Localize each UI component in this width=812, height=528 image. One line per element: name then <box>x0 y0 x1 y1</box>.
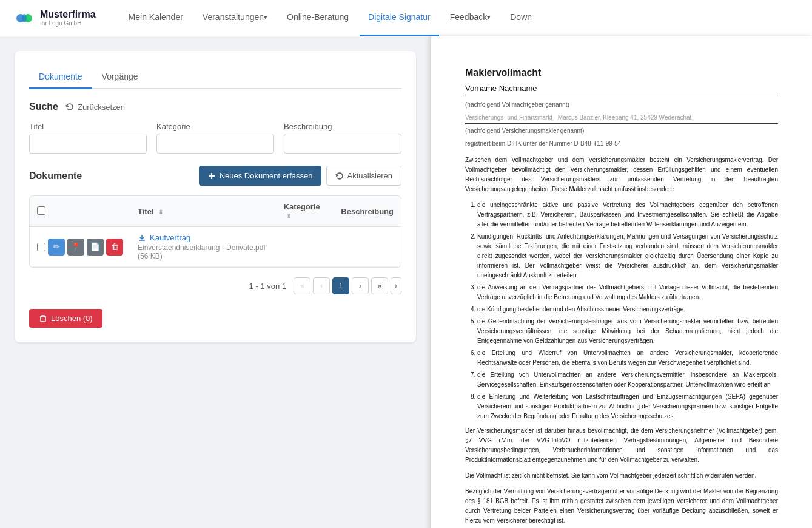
trash-icon <box>39 314 47 323</box>
label-beschreibung: Beschreibung <box>284 122 401 131</box>
nav-item-veranstaltungen[interactable]: Veranstaltungen <box>194 0 276 36</box>
svg-point-2 <box>22 14 27 22</box>
header: Musterfirma Ihr Logo GmbH Mein Kalender … <box>0 0 812 36</box>
row-checkbox-cell: ✏ 📍 📄 🗑 <box>30 227 130 267</box>
doc-para1: Der Versicherungsmakler ist darüber hina… <box>465 426 778 465</box>
plus-icon <box>207 172 216 180</box>
doc-label2: (nachfolgend Versicherungsmakler genannt… <box>465 126 778 135</box>
panel-card: Dokumente Vorgänge Suche Zurücksetzen <box>15 51 416 342</box>
logo-text: Musterfirma Ihr Logo GmbH <box>40 9 96 27</box>
list-item-7: die Erteilung von Untervollmachten an an… <box>477 370 778 390</box>
delete-section: Löschen (0) <box>29 304 401 328</box>
row-actions: ✏ 📍 📄 🗑 <box>37 239 123 256</box>
file-link[interactable]: Kaufvertrag <box>138 233 269 242</box>
page-extra[interactable]: › <box>391 277 401 294</box>
logo-name: Musterfirma <box>40 9 96 20</box>
input-beschreibung[interactable] <box>284 134 401 154</box>
page-prev[interactable]: ‹ <box>313 277 330 294</box>
doc-title: Maklervollmacht <box>465 66 778 80</box>
tab-vorgaenge[interactable]: Vorgänge <box>92 66 148 89</box>
doc-list: die uneingeschränkte aktive und passive … <box>465 200 778 421</box>
documents-table: Titel ⇕ Kategorie ⇕ Beschreibung <box>29 195 401 268</box>
col-check <box>30 196 130 227</box>
input-titel[interactable] <box>29 134 147 154</box>
label-titel: Titel <box>29 122 147 131</box>
refresh-button[interactable]: Aktualisieren <box>326 166 401 186</box>
nav-item-kalender[interactable]: Mein Kalender <box>120 0 192 36</box>
logo-area: Musterfirma Ihr Logo GmbH <box>15 8 96 28</box>
col-kategorie[interactable]: Kategorie ⇕ <box>277 196 334 227</box>
field-kategorie: Kategorie <box>156 122 274 154</box>
list-item-2: Kündigungen, Rücktritts- und Anfechtungs… <box>477 232 778 280</box>
main-nav: Mein Kalender Veranstaltungen Online-Ber… <box>120 0 797 36</box>
nav-item-down[interactable]: Down <box>502 0 540 36</box>
reset-button[interactable]: Zurücksetzen <box>65 103 125 112</box>
delete-row-button[interactable]: 🗑 <box>106 239 123 256</box>
main-layout: Dokumente Vorgänge Suche Zurücksetzen <box>0 36 812 528</box>
search-header: Suche Zurücksetzen <box>29 101 401 112</box>
select-all-checkbox[interactable] <box>37 206 45 215</box>
doc-party-line: Versicherungs- und Finanzmarkt - Marcus … <box>465 113 778 124</box>
nav-item-feedback[interactable]: Feedback <box>441 0 499 36</box>
list-item-6: die Erteilung und Widerruf von Untervoll… <box>477 348 778 368</box>
left-panel: Dokumente Vorgänge Suche Zurücksetzen <box>0 36 431 528</box>
label-kategorie: Kategorie <box>156 122 274 131</box>
page-info: 1 - 1 von 1 <box>249 282 286 291</box>
search-form-row: Titel Kategorie Beschreibung <box>29 122 401 154</box>
table-header-row: Titel ⇕ Kategorie ⇕ Beschreibung <box>30 196 401 227</box>
row-beschreibung-cell <box>334 227 401 267</box>
docs-title: Dokumente <box>29 171 82 181</box>
page-first[interactable]: « <box>294 277 310 294</box>
doc-para3: Bezüglich der Vermittlung von Versicheru… <box>465 487 778 526</box>
search-section: Suche Zurücksetzen Titel <box>29 101 401 154</box>
edit-button[interactable]: ✏ <box>48 239 65 256</box>
sort-arrows-titel: ⇕ <box>158 209 163 215</box>
doc-para2: Die Vollmacht ist zeitlich nicht befrist… <box>465 471 778 481</box>
pin-button[interactable]: 📍 <box>67 239 84 256</box>
file-sub: Einverstaendniserklarung - Derivate.pdf … <box>138 243 269 260</box>
nav-item-online-beratung[interactable]: Online-Beratung <box>278 0 357 36</box>
refresh-icon <box>335 172 344 180</box>
page-next[interactable]: › <box>352 277 369 294</box>
list-item-4: die Kündigung bestehender und den Abschl… <box>477 305 778 314</box>
nav-item-digitale-signatur[interactable]: Digitale Signatur <box>360 0 439 36</box>
svg-rect-5 <box>41 317 45 322</box>
download-icon <box>138 234 146 242</box>
doc-preview: Maklervollmacht Vorname Nachname (nachfo… <box>431 36 812 528</box>
tab-dokumente[interactable]: Dokumente <box>29 66 92 89</box>
docs-header: Dokumente Neues Dokument erfassen <box>29 166 401 186</box>
reset-icon <box>65 103 74 111</box>
field-beschreibung: Beschreibung <box>284 122 401 154</box>
document-preview-panel: Maklervollmacht Vorname Nachname (nachfo… <box>431 36 812 528</box>
input-kategorie[interactable] <box>156 134 274 154</box>
sort-arrows-kategorie: ⇕ <box>286 213 291 220</box>
col-titel[interactable]: Titel ⇕ <box>130 196 277 227</box>
col-beschreibung: Beschreibung <box>334 196 401 227</box>
table-row: ✏ 📍 📄 🗑 <box>30 227 401 267</box>
row-checkbox[interactable] <box>37 243 45 251</box>
search-title: Suche <box>29 101 58 112</box>
row-titel-cell: Kaufvertrag Einverstaendniserklarung - D… <box>130 227 277 267</box>
doc-subtitle: Vorname Nachname <box>465 83 778 96</box>
logo-icon <box>15 8 34 28</box>
list-item-8: die Einleitung und Weiterleitung von Las… <box>477 392 778 421</box>
file-button[interactable]: 📄 <box>87 239 104 256</box>
list-item-5: die Geltendmachung der Versicherungsleis… <box>477 317 778 346</box>
tab-bar: Dokumente Vorgänge <box>29 66 401 89</box>
pagination: 1 - 1 von 1 « ‹ 1 › » › <box>29 277 401 294</box>
logo-sub: Ihr Logo GmbH <box>40 20 96 27</box>
field-titel: Titel <box>29 122 147 154</box>
list-item-3: die Anweisung an den Vertragspartner des… <box>477 283 778 302</box>
bulk-delete-button[interactable]: Löschen (0) <box>29 309 102 328</box>
page-1[interactable]: 1 <box>332 277 349 294</box>
doc-label1: (nachfolgend Vollmachtgeber genannt) <box>465 100 778 109</box>
page-last[interactable]: » <box>371 277 388 294</box>
doc-intro: Zwischen dem Vollmachtgeber und dem Vers… <box>465 155 778 194</box>
new-document-button[interactable]: Neues Dokument erfassen <box>199 166 321 186</box>
row-kategorie-cell <box>277 227 334 267</box>
docs-actions: Neues Dokument erfassen Aktualisieren <box>199 166 401 186</box>
doc-registration: registriert beim DIHK unter der Nummer D… <box>465 139 778 148</box>
list-item-1: die uneingeschränkte aktive und passive … <box>477 200 778 229</box>
